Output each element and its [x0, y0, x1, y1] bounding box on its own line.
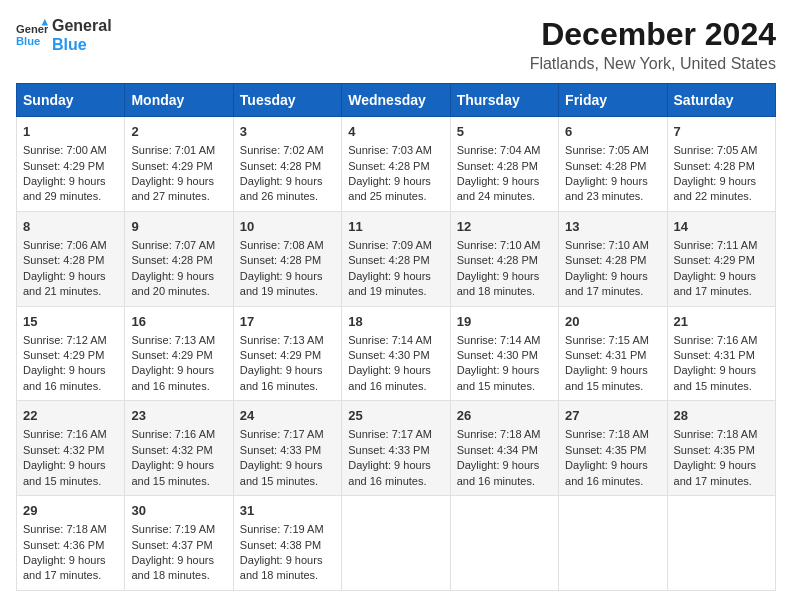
- logo: General Blue General Blue: [16, 16, 112, 54]
- week-row-3: 15 Sunrise: 7:12 AM Sunset: 4:29 PM Dayl…: [17, 306, 776, 401]
- day-cell-31: 31 Sunrise: 7:19 AM Sunset: 4:38 PM Dayl…: [233, 496, 341, 591]
- day-cell-3: 3 Sunrise: 7:02 AM Sunset: 4:28 PM Dayli…: [233, 117, 341, 212]
- sunset-label: Sunset: 4:36 PM: [23, 539, 104, 551]
- daylight-label: Daylight: 9 hours and 17 minutes.: [674, 459, 757, 486]
- daylight-label: Daylight: 9 hours and 20 minutes.: [131, 270, 214, 297]
- day-cell-16: 16 Sunrise: 7:13 AM Sunset: 4:29 PM Dayl…: [125, 306, 233, 401]
- sunset-label: Sunset: 4:28 PM: [565, 160, 646, 172]
- day-cell-6: 6 Sunrise: 7:05 AM Sunset: 4:28 PM Dayli…: [559, 117, 667, 212]
- sunset-label: Sunset: 4:34 PM: [457, 444, 538, 456]
- day-cell-13: 13 Sunrise: 7:10 AM Sunset: 4:28 PM Dayl…: [559, 211, 667, 306]
- daylight-label: Daylight: 9 hours and 15 minutes.: [457, 364, 540, 391]
- day-number: 15: [23, 313, 118, 331]
- day-number: 6: [565, 123, 660, 141]
- sunrise-label: Sunrise: 7:18 AM: [23, 523, 107, 535]
- day-number: 14: [674, 218, 769, 236]
- day-cell-1: 1 Sunrise: 7:00 AM Sunset: 4:29 PM Dayli…: [17, 117, 125, 212]
- week-row-5: 29 Sunrise: 7:18 AM Sunset: 4:36 PM Dayl…: [17, 496, 776, 591]
- day-cell-8: 8 Sunrise: 7:06 AM Sunset: 4:28 PM Dayli…: [17, 211, 125, 306]
- svg-marker-2: [42, 19, 48, 25]
- sunrise-label: Sunrise: 7:08 AM: [240, 239, 324, 251]
- sunrise-label: Sunrise: 7:14 AM: [348, 334, 432, 346]
- sunset-label: Sunset: 4:28 PM: [565, 254, 646, 266]
- sunrise-label: Sunrise: 7:11 AM: [674, 239, 758, 251]
- daylight-label: Daylight: 9 hours and 18 minutes.: [131, 554, 214, 581]
- day-cell-9: 9 Sunrise: 7:07 AM Sunset: 4:28 PM Dayli…: [125, 211, 233, 306]
- day-cell-21: 21 Sunrise: 7:16 AM Sunset: 4:31 PM Dayl…: [667, 306, 775, 401]
- day-number: 22: [23, 407, 118, 425]
- empty-cell: [342, 496, 450, 591]
- day-cell-28: 28 Sunrise: 7:18 AM Sunset: 4:35 PM Dayl…: [667, 401, 775, 496]
- sunset-label: Sunset: 4:29 PM: [240, 349, 321, 361]
- sunrise-label: Sunrise: 7:09 AM: [348, 239, 432, 251]
- sunrise-label: Sunrise: 7:13 AM: [240, 334, 324, 346]
- sunset-label: Sunset: 4:28 PM: [348, 254, 429, 266]
- sunrise-label: Sunrise: 7:19 AM: [240, 523, 324, 535]
- sunset-label: Sunset: 4:29 PM: [131, 349, 212, 361]
- day-number: 23: [131, 407, 226, 425]
- week-row-2: 8 Sunrise: 7:06 AM Sunset: 4:28 PM Dayli…: [17, 211, 776, 306]
- day-number: 30: [131, 502, 226, 520]
- calendar-table: SundayMondayTuesdayWednesdayThursdayFrid…: [16, 83, 776, 591]
- day-number: 9: [131, 218, 226, 236]
- sunset-label: Sunset: 4:29 PM: [131, 160, 212, 172]
- daylight-label: Daylight: 9 hours and 16 minutes.: [131, 364, 214, 391]
- daylight-label: Daylight: 9 hours and 25 minutes.: [348, 175, 431, 202]
- day-number: 8: [23, 218, 118, 236]
- sunset-label: Sunset: 4:28 PM: [131, 254, 212, 266]
- day-cell-15: 15 Sunrise: 7:12 AM Sunset: 4:29 PM Dayl…: [17, 306, 125, 401]
- day-number: 3: [240, 123, 335, 141]
- sunrise-label: Sunrise: 7:04 AM: [457, 144, 541, 156]
- daylight-label: Daylight: 9 hours and 16 minutes.: [348, 459, 431, 486]
- sunset-label: Sunset: 4:28 PM: [457, 160, 538, 172]
- sunset-label: Sunset: 4:37 PM: [131, 539, 212, 551]
- daylight-label: Daylight: 9 hours and 16 minutes.: [457, 459, 540, 486]
- daylight-label: Daylight: 9 hours and 15 minutes.: [131, 459, 214, 486]
- daylight-label: Daylight: 9 hours and 18 minutes.: [457, 270, 540, 297]
- sunrise-label: Sunrise: 7:01 AM: [131, 144, 215, 156]
- day-cell-26: 26 Sunrise: 7:18 AM Sunset: 4:34 PM Dayl…: [450, 401, 558, 496]
- sunset-label: Sunset: 4:35 PM: [565, 444, 646, 456]
- day-cell-30: 30 Sunrise: 7:19 AM Sunset: 4:37 PM Dayl…: [125, 496, 233, 591]
- day-number: 13: [565, 218, 660, 236]
- daylight-label: Daylight: 9 hours and 16 minutes.: [565, 459, 648, 486]
- col-header-wednesday: Wednesday: [342, 84, 450, 117]
- day-number: 5: [457, 123, 552, 141]
- day-number: 20: [565, 313, 660, 331]
- day-number: 27: [565, 407, 660, 425]
- sunrise-label: Sunrise: 7:19 AM: [131, 523, 215, 535]
- sunrise-label: Sunrise: 7:16 AM: [674, 334, 758, 346]
- day-cell-4: 4 Sunrise: 7:03 AM Sunset: 4:28 PM Dayli…: [342, 117, 450, 212]
- col-header-friday: Friday: [559, 84, 667, 117]
- day-number: 16: [131, 313, 226, 331]
- daylight-label: Daylight: 9 hours and 22 minutes.: [674, 175, 757, 202]
- sunrise-label: Sunrise: 7:18 AM: [457, 428, 541, 440]
- sunrise-label: Sunrise: 7:10 AM: [565, 239, 649, 251]
- subtitle: Flatlands, New York, United States: [530, 55, 776, 73]
- header: General Blue General Blue December 2024 …: [16, 16, 776, 73]
- daylight-label: Daylight: 9 hours and 16 minutes.: [348, 364, 431, 391]
- daylight-label: Daylight: 9 hours and 23 minutes.: [565, 175, 648, 202]
- col-header-tuesday: Tuesday: [233, 84, 341, 117]
- sunrise-label: Sunrise: 7:15 AM: [565, 334, 649, 346]
- sunrise-label: Sunrise: 7:10 AM: [457, 239, 541, 251]
- sunset-label: Sunset: 4:38 PM: [240, 539, 321, 551]
- sunset-label: Sunset: 4:35 PM: [674, 444, 755, 456]
- sunset-label: Sunset: 4:29 PM: [23, 160, 104, 172]
- main-title: December 2024: [530, 16, 776, 53]
- day-cell-18: 18 Sunrise: 7:14 AM Sunset: 4:30 PM Dayl…: [342, 306, 450, 401]
- sunset-label: Sunset: 4:32 PM: [23, 444, 104, 456]
- day-number: 7: [674, 123, 769, 141]
- sunrise-label: Sunrise: 7:03 AM: [348, 144, 432, 156]
- sunrise-label: Sunrise: 7:05 AM: [674, 144, 758, 156]
- sunset-label: Sunset: 4:31 PM: [674, 349, 755, 361]
- sunrise-label: Sunrise: 7:16 AM: [23, 428, 107, 440]
- sunset-label: Sunset: 4:29 PM: [674, 254, 755, 266]
- sunset-label: Sunset: 4:28 PM: [457, 254, 538, 266]
- day-cell-29: 29 Sunrise: 7:18 AM Sunset: 4:36 PM Dayl…: [17, 496, 125, 591]
- daylight-label: Daylight: 9 hours and 17 minutes.: [674, 270, 757, 297]
- empty-cell: [667, 496, 775, 591]
- col-header-thursday: Thursday: [450, 84, 558, 117]
- daylight-label: Daylight: 9 hours and 15 minutes.: [565, 364, 648, 391]
- daylight-label: Daylight: 9 hours and 26 minutes.: [240, 175, 323, 202]
